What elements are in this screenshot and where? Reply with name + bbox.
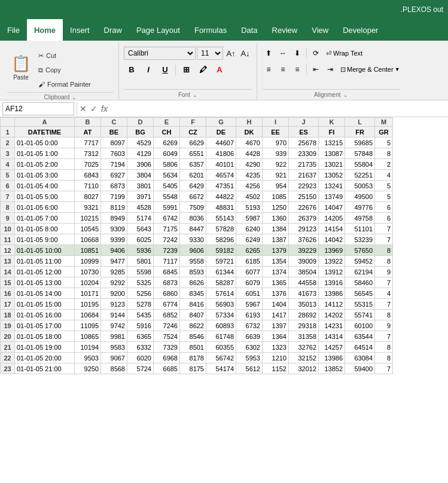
table-cell[interactable]: 31358 bbox=[289, 331, 319, 342]
table-cell[interactable]: 4 bbox=[375, 170, 393, 181]
row-header[interactable]: 3 bbox=[1, 148, 15, 159]
table-cell[interactable]: DK bbox=[236, 127, 263, 137]
table-cell[interactable]: 6185 bbox=[236, 256, 263, 267]
align-center-button[interactable]: ≡ bbox=[276, 63, 289, 76]
table-cell[interactable]: 6774 bbox=[154, 299, 180, 310]
row-header[interactable]: 14 bbox=[1, 267, 15, 277]
table-cell[interactable]: 25150 bbox=[289, 191, 319, 202]
table-cell[interactable]: 6077 bbox=[236, 267, 263, 277]
table-cell[interactable]: 01-01-05 16:00 bbox=[15, 310, 75, 320]
table-cell[interactable]: 6 bbox=[375, 202, 393, 213]
table-cell[interactable]: 6927 bbox=[101, 170, 127, 181]
table-cell[interactable]: 1365 bbox=[263, 277, 289, 288]
row-header[interactable]: 6 bbox=[1, 181, 15, 191]
table-cell[interactable]: 52251 bbox=[345, 170, 375, 181]
table-cell[interactable]: 8 bbox=[375, 310, 393, 320]
menu-page-layout[interactable]: Page Layout bbox=[129, 19, 187, 41]
table-cell[interactable]: 7194 bbox=[101, 159, 127, 170]
table-cell[interactable]: 7524 bbox=[154, 331, 180, 342]
table-cell[interactable]: 6629 bbox=[180, 137, 206, 148]
table-cell[interactable]: 6672 bbox=[180, 191, 206, 202]
table-cell[interactable]: 10545 bbox=[75, 224, 101, 234]
table-cell[interactable]: 13241 bbox=[319, 181, 345, 191]
table-cell[interactable]: 01-01-05 15:00 bbox=[15, 299, 75, 310]
decrease-indent-button[interactable]: ⇤ bbox=[309, 63, 322, 76]
table-cell[interactable]: 8416 bbox=[180, 299, 206, 310]
table-cell[interactable]: 1152 bbox=[263, 363, 289, 374]
table-cell[interactable]: 8036 bbox=[180, 213, 206, 224]
table-cell[interactable]: 49758 bbox=[345, 213, 375, 224]
table-cell[interactable]: 6742 bbox=[154, 213, 180, 224]
table-cell[interactable]: 9 bbox=[375, 320, 393, 331]
table-cell[interactable]: 1085 bbox=[263, 191, 289, 202]
table-cell[interactable]: 7 bbox=[375, 363, 393, 374]
table-cell[interactable]: 4428 bbox=[236, 148, 263, 159]
table-cell[interactable]: 5967 bbox=[236, 299, 263, 310]
table-cell[interactable]: 4256 bbox=[236, 181, 263, 191]
table-cell[interactable]: 6249 bbox=[236, 234, 263, 245]
menu-formulas[interactable]: Formulas bbox=[187, 19, 234, 41]
table-cell[interactable]: 8447 bbox=[180, 224, 206, 234]
table-cell[interactable]: 6332 bbox=[127, 342, 154, 353]
table-cell[interactable]: 6639 bbox=[236, 331, 263, 342]
table-cell[interactable]: 13215 bbox=[319, 137, 345, 148]
table-cell[interactable]: 6357 bbox=[180, 159, 206, 170]
table-row[interactable]: 2001-01-05 18:00108659981636575248546617… bbox=[1, 331, 393, 342]
table-cell[interactable]: ES bbox=[289, 127, 319, 137]
table-cell[interactable]: 8 bbox=[375, 245, 393, 256]
table-cell[interactable]: 10668 bbox=[75, 234, 101, 245]
table-row[interactable]: 2301-01-05 21:00925085685724668581755417… bbox=[1, 363, 393, 374]
table-cell[interactable]: 7246 bbox=[154, 320, 180, 331]
table-cell[interactable]: 6269 bbox=[154, 137, 180, 148]
table-cell[interactable]: 2 bbox=[375, 159, 393, 170]
table-cell[interactable]: 954 bbox=[263, 181, 289, 191]
table-cell[interactable]: 5991 bbox=[154, 202, 180, 213]
increase-indent-button[interactable]: ⇥ bbox=[324, 63, 337, 76]
col-header-h[interactable]: H bbox=[236, 118, 263, 127]
table-cell[interactable]: 5916 bbox=[127, 320, 154, 331]
menu-insert[interactable]: Insert bbox=[63, 19, 97, 41]
table-cell[interactable]: 60893 bbox=[206, 320, 236, 331]
table-cell[interactable]: 5598 bbox=[127, 267, 154, 277]
table-cell[interactable]: 1364 bbox=[263, 331, 289, 342]
table-cell[interactable]: 5643 bbox=[127, 224, 154, 234]
table-cell[interactable]: 6873 bbox=[101, 181, 127, 191]
table-cell[interactable]: 01-01-05 7:00 bbox=[15, 213, 75, 224]
col-header-a[interactable]: A bbox=[15, 118, 75, 127]
table-cell[interactable]: 4 bbox=[375, 288, 393, 299]
col-header-g[interactable]: G bbox=[206, 118, 236, 127]
table-cell[interactable]: 922 bbox=[263, 159, 289, 170]
table-cell[interactable]: 7 bbox=[375, 331, 393, 342]
table-cell[interactable]: FI bbox=[319, 127, 345, 137]
table-cell[interactable]: 7110 bbox=[75, 181, 101, 191]
table-cell[interactable]: 8175 bbox=[180, 363, 206, 374]
table-cell[interactable]: 37626 bbox=[289, 234, 319, 245]
table-row[interactable]: 1501-01-05 13:00102049292532568738626582… bbox=[1, 277, 393, 288]
table-cell[interactable]: 35013 bbox=[289, 299, 319, 310]
table-cell[interactable]: 49776 bbox=[345, 202, 375, 213]
table-cell[interactable]: 9558 bbox=[180, 256, 206, 267]
table-cell[interactable]: 6873 bbox=[154, 277, 180, 288]
table-cell[interactable]: 5953 bbox=[236, 353, 263, 363]
table-cell[interactable]: 01-01-05 9:00 bbox=[15, 234, 75, 245]
table-cell[interactable]: 01-01-05 11:00 bbox=[15, 256, 75, 267]
table-cell[interactable]: 1250 bbox=[263, 202, 289, 213]
table-cell[interactable]: 8119 bbox=[101, 202, 127, 213]
table-cell[interactable]: 1374 bbox=[263, 267, 289, 277]
table-cell[interactable]: 48831 bbox=[206, 202, 236, 213]
table-row[interactable]: 901-01-05 7:0010215894951746742803655143… bbox=[1, 213, 393, 224]
table-row[interactable]: 2201-01-05 20:00950390676020696881785674… bbox=[1, 353, 393, 363]
cell-reference-input[interactable] bbox=[2, 102, 74, 115]
table-cell[interactable]: 7312 bbox=[75, 148, 101, 159]
table-cell[interactable]: 9321 bbox=[75, 202, 101, 213]
table-cell[interactable]: 3804 bbox=[127, 170, 154, 181]
table-cell[interactable]: 1404 bbox=[263, 299, 289, 310]
table-cell[interactable]: 13922 bbox=[319, 256, 345, 267]
row-header[interactable]: 5 bbox=[1, 170, 15, 181]
table-cell[interactable]: 7025 bbox=[75, 159, 101, 170]
table-row[interactable]: 1301-01-05 11:00109999477580171179558597… bbox=[1, 256, 393, 267]
row-header[interactable]: 10 bbox=[1, 224, 15, 234]
table-cell[interactable]: 01-01-05 19:00 bbox=[15, 342, 75, 353]
table-cell[interactable]: 38504 bbox=[289, 267, 319, 277]
table-cell[interactable]: 59182 bbox=[206, 245, 236, 256]
